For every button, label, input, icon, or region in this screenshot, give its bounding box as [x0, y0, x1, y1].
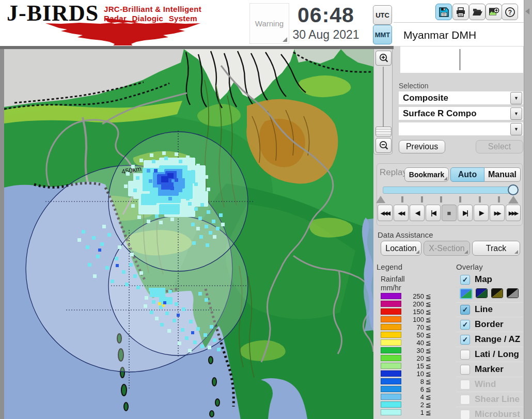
fast-forward-button[interactable]: ▶▶ — [490, 205, 505, 221]
overlay-heading: Overlay — [456, 262, 483, 271]
overlay-row-microburst: Microburst — [456, 407, 523, 419]
replay-auto-button[interactable]: Auto — [450, 167, 484, 182]
map-style-swatch-2[interactable] — [476, 288, 488, 298]
map-style-swatch-4[interactable] — [507, 288, 519, 298]
select-button[interactable]: Select — [476, 140, 523, 153]
selection-dropdown-1-arrow[interactable]: ▼ — [510, 92, 522, 104]
step-back-button[interactable]: |◀ — [426, 205, 441, 221]
stop-button[interactable]: ■ — [442, 205, 457, 221]
collapse-arrow-icon[interactable] — [525, 8, 529, 14]
slider-tick — [440, 196, 442, 203]
station-name-box[interactable]: Myanmar DMH — [399, 26, 523, 44]
slider-end-marker[interactable] — [508, 196, 519, 204]
step-forward-button[interactable]: ▶| — [458, 205, 473, 221]
fastest-forward-button[interactable]: ▶▶▶ — [506, 205, 521, 221]
track-button[interactable]: Track — [472, 241, 520, 256]
overlay-row-border[interactable]: Border — [456, 317, 523, 332]
x-section-corner-fold-icon — [464, 250, 468, 254]
station-input-field[interactable] — [400, 46, 523, 73]
legend-lte-symbol: ≦ — [426, 385, 431, 393]
open-file-button[interactable] — [469, 4, 486, 20]
legend-value: 2 — [400, 401, 424, 409]
legend-swatch — [381, 355, 401, 361]
map-style-swatch-3[interactable] — [491, 288, 503, 298]
help-glyph: ? — [508, 9, 511, 16]
replay-manual-button[interactable]: Manual — [484, 167, 521, 182]
x-section-button[interactable]: X-Section — [424, 241, 470, 256]
legend-swatch — [381, 378, 401, 384]
overlay-label-map: Map — [475, 274, 492, 285]
slider-start-marker[interactable] — [376, 196, 385, 203]
select-button-label: Select — [488, 142, 511, 151]
replay-slider-track[interactable] — [383, 187, 513, 194]
overlay-label-shear-line: Shear Line — [475, 394, 520, 405]
microburst-checkbox — [460, 410, 470, 419]
rewind-button[interactable]: ◀◀ — [394, 205, 409, 221]
save-button[interactable] — [435, 4, 452, 20]
legend-swatch — [381, 347, 401, 353]
stop-icon: ■ — [447, 209, 451, 217]
selection-dropdown-3[interactable] — [399, 122, 523, 135]
legend-row: 6 ≦ — [381, 385, 437, 393]
bookmark-button[interactable]: Bookmark — [404, 167, 449, 182]
selection-dropdown-2[interactable]: Surface R Compo — [399, 107, 523, 120]
print-button[interactable] — [452, 4, 469, 20]
map-style-row — [456, 285, 523, 303]
legend-row: 200 ≦ — [381, 300, 437, 308]
step-back-icon: |◀ — [431, 209, 435, 216]
timezone-mmt-button[interactable]: MMT — [373, 25, 392, 44]
location-button[interactable]: Location — [381, 241, 421, 256]
location-button-label: Location — [385, 244, 417, 253]
zoom-out-button[interactable] — [375, 138, 392, 153]
marker-checkbox[interactable] — [460, 365, 470, 375]
line-checkbox[interactable] — [460, 305, 470, 315]
add-image-button[interactable] — [486, 4, 502, 20]
zoom-in-button[interactable] — [375, 51, 392, 66]
overlay-row-line[interactable]: Line — [456, 302, 523, 317]
overlay-row-range-az[interactable]: Range / AZ — [456, 332, 523, 347]
zoom-slider-track[interactable] — [383, 67, 384, 128]
play-button[interactable]: ▶ — [474, 205, 489, 221]
selection-dropdown-1[interactable]: Composite — [399, 91, 523, 104]
range-az-checkbox[interactable] — [460, 335, 470, 345]
legend-lte-symbol: ≦ — [426, 316, 431, 323]
replay-slider-handle[interactable] — [508, 184, 519, 195]
lati-long-checkbox[interactable] — [460, 350, 470, 360]
legend-row: 2 ≦ — [381, 401, 437, 409]
play-backward-button[interactable]: ◀ — [410, 205, 425, 221]
clock-time: 06:48 — [289, 3, 363, 27]
radar-map-viewport[interactable]: 450km — [4, 49, 373, 419]
selection-dropdown-3-arrow[interactable]: ▼ — [510, 123, 522, 135]
bookmark-corner-fold-icon — [444, 177, 447, 180]
overlay-row-shear-line: Shear Line — [456, 392, 523, 407]
overlay-row-lati-long[interactable]: Lati / Long — [456, 347, 523, 362]
legend-value: 1 — [400, 409, 424, 416]
previous-button[interactable]: Previous — [399, 140, 445, 153]
timezone-utc-button[interactable]: UTC — [373, 5, 392, 25]
legend-value: 15 — [400, 362, 424, 370]
map-checkbox[interactable] — [460, 275, 470, 285]
fast-rewind-button[interactable]: ◀◀◀ — [378, 205, 393, 221]
location-corner-fold-icon — [416, 250, 419, 254]
legend-row: 150 ≦ — [381, 308, 437, 316]
legend-swatch — [381, 308, 401, 315]
x-section-button-label: X-Section — [429, 244, 464, 253]
add-image-icon — [489, 7, 499, 17]
legend-value: 70 — [400, 323, 424, 331]
selection-dropdown-2-arrow[interactable]: ▼ — [510, 107, 522, 120]
data-assistance-label: Data Assistance — [378, 230, 433, 239]
border-checkbox[interactable] — [460, 320, 470, 330]
warning-button[interactable]: Warning — [249, 3, 289, 44]
legend-value: 250 — [400, 292, 424, 300]
legend-value: 10 — [400, 370, 424, 378]
panel-collapse-strip[interactable] — [524, 0, 532, 419]
overlay-label-lati-long: Lati / Long — [475, 349, 519, 360]
map-style-swatch-1[interactable] — [460, 288, 473, 299]
zoom-slider-handle[interactable] — [375, 127, 392, 136]
legend-lte-symbol: ≦ — [426, 331, 431, 339]
overlay-row-marker[interactable]: Marker — [456, 362, 523, 377]
legend-value: 200 — [400, 300, 424, 308]
help-button[interactable]: ? — [502, 4, 518, 20]
legend-row: 8 ≦ — [381, 378, 437, 385]
overlay-row-wind: Wind — [456, 377, 523, 392]
